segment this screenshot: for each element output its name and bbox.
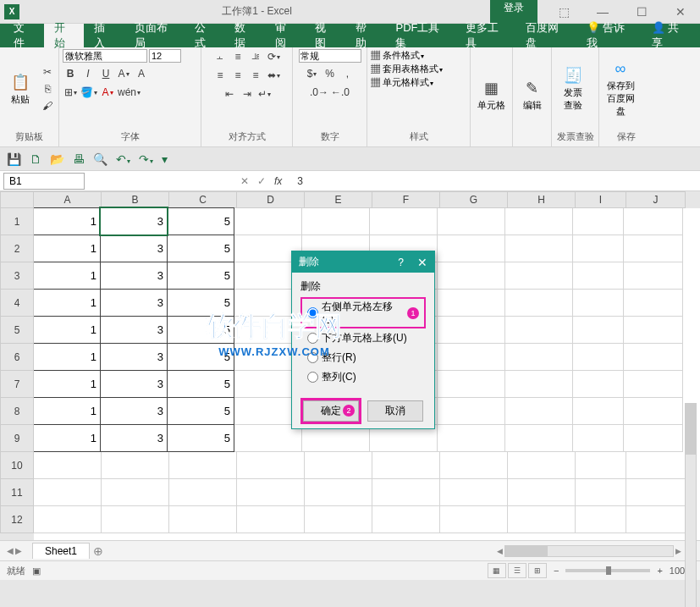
col-header-G[interactable]: G: [440, 191, 508, 208]
wrap-icon[interactable]: ↵: [257, 86, 273, 102]
dialog-help-icon[interactable]: ?: [398, 257, 404, 268]
sheet-tab-1[interactable]: Sheet1: [32, 543, 90, 559]
cell-C7[interactable]: 5: [167, 370, 234, 398]
cell-H3[interactable]: [505, 262, 573, 290]
tell-me[interactable]: 💡 告诉我: [576, 24, 642, 47]
fill-color-button[interactable]: 🪣: [80, 85, 97, 100]
cell-J2[interactable]: [624, 235, 683, 262]
cell-E12[interactable]: [305, 506, 372, 533]
cell-J4[interactable]: [624, 290, 683, 317]
preview-icon[interactable]: 🔍: [93, 152, 107, 166]
merge-icon[interactable]: ⬌: [266, 68, 281, 83]
cell-C9[interactable]: 5: [167, 424, 234, 452]
cell-G9[interactable]: [438, 425, 505, 452]
cell-G2[interactable]: [438, 235, 505, 262]
tab-next-icon[interactable]: ▶: [15, 546, 22, 555]
col-header-H[interactable]: H: [508, 191, 576, 208]
cell-J7[interactable]: [624, 371, 683, 398]
col-header-F[interactable]: F: [372, 191, 440, 208]
open-icon[interactable]: 📂: [50, 152, 64, 166]
align-bottom-icon[interactable]: ⫡: [248, 49, 263, 64]
cell-J10[interactable]: [626, 452, 686, 479]
cell-I6[interactable]: [573, 344, 624, 371]
cell-J11[interactable]: [626, 479, 686, 506]
cell-H2[interactable]: [505, 235, 573, 262]
currency-icon[interactable]: $: [305, 66, 320, 81]
cell-H6[interactable]: [505, 344, 573, 371]
cell-C2[interactable]: 5: [167, 235, 234, 262]
invoice-check-button[interactable]: 🧾 发票 查验: [555, 66, 591, 112]
cell-C11[interactable]: [169, 479, 237, 506]
cell-G12[interactable]: [440, 506, 508, 533]
macro-record-icon[interactable]: ▣: [32, 566, 41, 577]
cell-I11[interactable]: [576, 479, 626, 506]
menu-审阅[interactable]: 审阅: [265, 24, 306, 47]
col-header-E[interactable]: E: [305, 191, 372, 208]
cell-A10[interactable]: [34, 452, 102, 479]
cancel-button[interactable]: 取消: [367, 400, 423, 422]
italic-button[interactable]: I: [80, 66, 96, 81]
cell-G6[interactable]: [438, 344, 505, 371]
cell-J1[interactable]: [624, 208, 683, 235]
cell-G1[interactable]: [438, 208, 505, 235]
view-page-icon[interactable]: ☰: [508, 563, 526, 578]
cell-H9[interactable]: [505, 425, 573, 452]
cell-I10[interactable]: [576, 452, 626, 479]
cell-J3[interactable]: [624, 262, 683, 290]
cell-J5[interactable]: [624, 317, 683, 344]
undo-icon[interactable]: ↶: [116, 152, 130, 166]
cell-B9[interactable]: 3: [100, 424, 168, 452]
align-middle-icon[interactable]: ≡: [230, 49, 245, 64]
cell-J6[interactable]: [624, 344, 683, 371]
cell-D1[interactable]: [234, 208, 302, 235]
cell-H7[interactable]: [505, 371, 573, 398]
new-icon[interactable]: 🗋: [30, 152, 41, 166]
menu-开始[interactable]: 开始: [44, 24, 85, 47]
cell-I9[interactable]: [573, 425, 624, 452]
cell-G8[interactable]: [438, 398, 505, 425]
menu-PDF工具集[interactable]: PDF工具集: [385, 24, 455, 47]
ok-button[interactable]: 确定 2: [303, 400, 359, 422]
font-name-select[interactable]: [63, 49, 147, 63]
baidu-save-button[interactable]: ∞ 保存到 百度网盘: [603, 60, 638, 118]
fx-icon[interactable]: fx: [274, 175, 282, 187]
cell-I2[interactable]: [573, 235, 624, 262]
format-painter-icon[interactable]: 🖌: [40, 98, 55, 113]
row-header-8[interactable]: 8: [0, 398, 34, 425]
cell-B4[interactable]: 3: [100, 289, 168, 317]
cell-H8[interactable]: [505, 398, 573, 425]
cell-B3[interactable]: 3: [100, 262, 168, 290]
col-header-C[interactable]: C: [169, 191, 237, 208]
zoom-in-icon[interactable]: +: [657, 566, 662, 576]
row-header-6[interactable]: 6: [0, 344, 34, 371]
cell-J8[interactable]: [624, 398, 683, 425]
cell-E10[interactable]: [305, 452, 372, 479]
menu-插入[interactable]: 插入: [84, 24, 124, 47]
align-left-icon[interactable]: ≡: [212, 68, 228, 83]
cells-button[interactable]: ▦ 单元格: [474, 79, 509, 112]
cell-H11[interactable]: [508, 479, 576, 506]
decimal-inc-icon[interactable]: .0→: [310, 85, 328, 100]
cell-A7[interactable]: 1: [34, 370, 101, 398]
vertical-scrollbar[interactable]: [685, 403, 698, 607]
border-button[interactable]: ⊞: [63, 85, 78, 100]
row-header-9[interactable]: 9: [0, 425, 34, 452]
cell-F12[interactable]: [372, 506, 440, 533]
menu-视图[interactable]: 视图: [305, 24, 345, 47]
cell-H5[interactable]: [505, 317, 573, 344]
cell-C4[interactable]: 5: [167, 289, 234, 317]
comma-icon[interactable]: ,: [340, 66, 356, 81]
cell-B6[interactable]: 3: [100, 343, 168, 371]
add-sheet-button[interactable]: ⊕: [90, 544, 107, 558]
align-top-icon[interactable]: ⫠: [212, 49, 228, 64]
cell-B5[interactable]: 3: [100, 316, 168, 344]
cut-icon[interactable]: ✂: [40, 64, 55, 80]
cell-H1[interactable]: [505, 208, 573, 235]
col-header-D[interactable]: D: [237, 191, 305, 208]
cell-G4[interactable]: [438, 290, 505, 317]
indent-dec-icon[interactable]: ⇤: [222, 86, 237, 102]
cell-C10[interactable]: [169, 452, 237, 479]
radio-entire-row-input[interactable]: [307, 352, 318, 363]
row-header-2[interactable]: 2: [0, 235, 34, 262]
cell-E11[interactable]: [305, 479, 372, 506]
